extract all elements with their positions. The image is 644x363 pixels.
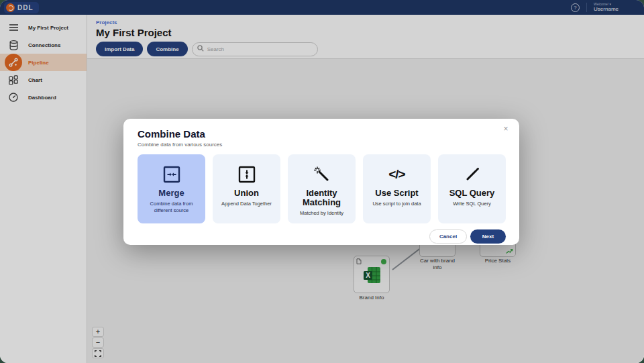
option-sql-query[interactable]: SQL Query Write SQL Query — [438, 154, 506, 223]
wand-icon — [313, 164, 331, 185]
option-description: Append Data Together — [219, 201, 275, 207]
option-title: Use Script — [375, 189, 418, 198]
option-title: Merge — [158, 189, 184, 198]
option-merge[interactable]: Merge Combine data from different source — [138, 154, 205, 223]
option-use-script[interactable]: </> Use Script Use script to join data — [363, 154, 431, 223]
app-window: DDL ? Welcome! ▾ Username My First Proje… — [0, 0, 644, 363]
option-description: Use script to join data — [369, 201, 425, 207]
merge-icon — [162, 164, 181, 185]
pencil-icon — [463, 164, 482, 185]
option-title: SQL Query — [449, 189, 495, 198]
option-title: Union — [234, 189, 259, 198]
option-title: Identity Matching — [299, 189, 345, 207]
cancel-button[interactable]: Cancel — [429, 229, 467, 244]
modal-title: Combine Data — [138, 128, 506, 140]
modal-subtitle: Combine data from various sources — [138, 142, 506, 148]
code-icon: </> — [388, 164, 405, 185]
combine-options: Merge Combine data from different source… — [138, 154, 506, 223]
option-description: Matched by Identity — [294, 210, 350, 217]
next-button[interactable]: Next — [470, 229, 506, 244]
modal-footer: Cancel Next — [138, 229, 506, 244]
option-identity-matching[interactable]: Identity Matching Matched by Identity — [288, 154, 356, 223]
option-union[interactable]: Union Append Data Together — [213, 154, 280, 223]
close-icon[interactable]: × — [501, 124, 511, 134]
combine-data-modal: × Combine Data Combine data from various… — [123, 119, 519, 245]
option-description: Write SQL Query — [444, 201, 500, 207]
union-icon — [237, 164, 256, 185]
option-description: Combine data from different source — [144, 201, 200, 214]
